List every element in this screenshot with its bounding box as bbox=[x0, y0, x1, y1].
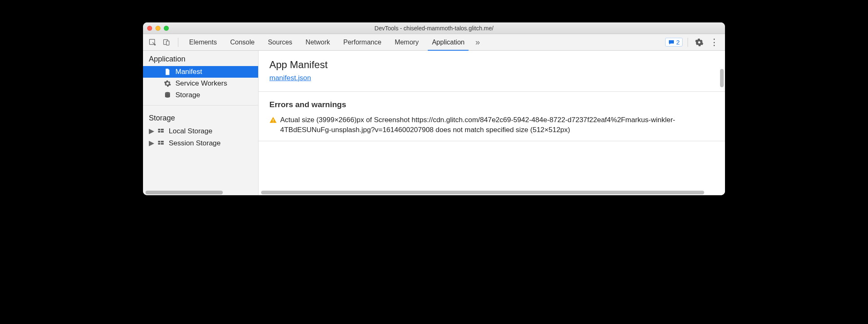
expand-arrow-icon[interactable]: ▶ bbox=[149, 127, 153, 135]
tab-application[interactable]: Application bbox=[426, 34, 470, 51]
sidebar-item-label: Local Storage bbox=[169, 127, 212, 135]
database-icon bbox=[164, 91, 171, 99]
console-messages-count: 2 bbox=[676, 39, 680, 46]
tabs-overflow-button[interactable]: » bbox=[472, 37, 483, 47]
grid-icon bbox=[157, 128, 165, 135]
warning-icon bbox=[269, 116, 277, 124]
expand-arrow-icon[interactable]: ▶ bbox=[149, 139, 153, 147]
application-content: App Manifest manifest.json Errors and wa… bbox=[259, 51, 725, 195]
settings-icon[interactable] bbox=[693, 36, 705, 49]
sidebar-item-label: Session Storage bbox=[169, 139, 221, 147]
window-title: DevTools - chiseled-mammoth-talos.glitch… bbox=[143, 25, 725, 32]
tab-performance[interactable]: Performance bbox=[338, 34, 387, 51]
svg-rect-8 bbox=[158, 141, 160, 142]
svg-rect-13 bbox=[273, 122, 274, 123]
toggle-device-toolbar-icon[interactable] bbox=[160, 36, 173, 49]
sidebar-item-service-workers[interactable]: Service Workers bbox=[143, 78, 258, 89]
errors-heading: Errors and warnings bbox=[269, 100, 714, 109]
tab-console[interactable]: Console bbox=[224, 34, 261, 51]
warning-text: Actual size (3999×2666)px of Screenshot … bbox=[280, 115, 714, 135]
application-sidebar: Application Manifest Service Workers Sto… bbox=[143, 51, 259, 195]
devtools-body: Application Manifest Service Workers Sto… bbox=[143, 51, 725, 195]
svg-rect-5 bbox=[161, 129, 164, 130]
divider bbox=[688, 38, 688, 47]
svg-rect-7 bbox=[161, 131, 164, 133]
sidebar-item-session-storage[interactable]: ▶ Session Storage bbox=[143, 137, 258, 149]
tab-network[interactable]: Network bbox=[300, 34, 336, 51]
content-vertical-scrollbar[interactable] bbox=[720, 69, 724, 87]
manifest-link[interactable]: manifest.json bbox=[269, 74, 311, 82]
inspect-element-icon[interactable] bbox=[146, 36, 159, 49]
sidebar-item-local-storage[interactable]: ▶ Local Storage bbox=[143, 125, 258, 137]
svg-point-3 bbox=[165, 92, 170, 94]
svg-rect-2 bbox=[166, 41, 169, 45]
tab-memory[interactable]: Memory bbox=[389, 34, 424, 51]
sidebar-item-label: Manifest bbox=[175, 68, 202, 76]
divider bbox=[178, 38, 178, 47]
svg-rect-12 bbox=[273, 119, 274, 121]
page-title: App Manifest bbox=[269, 59, 714, 71]
file-icon bbox=[164, 68, 171, 76]
tab-sources[interactable]: Sources bbox=[262, 34, 298, 51]
console-messages-badge[interactable]: 2 bbox=[665, 38, 683, 47]
titlebar: DevTools - chiseled-mammoth-talos.glitch… bbox=[143, 22, 725, 34]
message-icon bbox=[668, 39, 675, 46]
divider bbox=[143, 105, 258, 106]
warning-row: Actual size (3999×2666)px of Screenshot … bbox=[269, 115, 714, 135]
devtools-window: DevTools - chiseled-mammoth-talos.glitch… bbox=[143, 22, 725, 195]
divider bbox=[259, 91, 725, 92]
more-options-icon[interactable]: ⋮ bbox=[707, 37, 722, 48]
divider bbox=[259, 141, 725, 141]
sidebar-item-storage[interactable]: Storage bbox=[143, 89, 258, 101]
sidebar-item-label: Storage bbox=[175, 91, 200, 99]
svg-rect-10 bbox=[158, 143, 160, 145]
svg-rect-9 bbox=[161, 141, 164, 142]
tab-elements[interactable]: Elements bbox=[183, 34, 223, 51]
sidebar-horizontal-scrollbar[interactable] bbox=[145, 190, 256, 194]
sidebar-section-storage: Storage bbox=[143, 110, 258, 125]
svg-rect-6 bbox=[158, 131, 160, 133]
sidebar-item-manifest[interactable]: Manifest bbox=[143, 66, 258, 78]
svg-rect-11 bbox=[161, 143, 164, 145]
grid-icon bbox=[157, 140, 165, 147]
sidebar-section-application: Application bbox=[143, 51, 258, 66]
gear-icon bbox=[164, 80, 171, 87]
content-horizontal-scrollbar[interactable] bbox=[261, 190, 723, 194]
svg-rect-4 bbox=[158, 129, 160, 130]
sidebar-item-label: Service Workers bbox=[175, 79, 227, 88]
devtools-tabstrip: Elements Console Sources Network Perform… bbox=[143, 34, 725, 51]
